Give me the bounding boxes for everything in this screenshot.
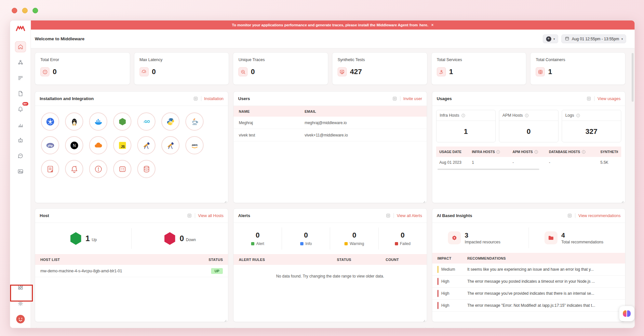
sidebar: 99+ (10, 20, 31, 328)
sidebar-item-logs[interactable] (15, 72, 26, 84)
alerts-table-header: ALERT RULES STATUS COUNT (234, 254, 426, 265)
python-icon[interactable] (161, 112, 180, 131)
report-icon[interactable] (41, 160, 59, 178)
table-icon[interactable] (113, 160, 131, 178)
chevron-down-icon: ▾ (621, 37, 623, 41)
synthetic-value: 5.5K (600, 160, 618, 165)
close-window-button[interactable] (12, 8, 17, 13)
ai-assistant-button[interactable] (619, 306, 635, 321)
telescope-icon[interactable] (161, 136, 180, 154)
meter-label: APM Hosts (503, 113, 523, 118)
up-hexagon-icon (70, 232, 82, 245)
alert-icon[interactable] (89, 160, 107, 178)
horizontal-scrollbar[interactable] (437, 169, 539, 170)
recommendation-text: It seems like you are experiencing an is… (467, 267, 620, 272)
aws-icon[interactable]: aws (185, 136, 204, 154)
info-icon[interactable] (576, 113, 580, 118)
column-header: INFRA HOSTS (472, 150, 495, 154)
meter-label: Infra Hosts (440, 113, 459, 118)
telescope-icon[interactable] (137, 136, 155, 154)
add-to-dashboard-icon[interactable] (586, 96, 591, 101)
php-icon[interactable]: php (41, 136, 59, 154)
database-icon[interactable] (137, 160, 155, 178)
info-icon[interactable] (461, 113, 465, 118)
resize-handle[interactable] (423, 318, 425, 320)
installation-link[interactable]: Installation (204, 97, 224, 101)
info-icon[interactable] (496, 150, 500, 154)
insight-row[interactable]: High The error message you posted indica… (432, 276, 625, 288)
date-range-picker[interactable]: Aug 01 12:55pm - 13:55pm ▾ (561, 34, 626, 43)
sidebar-item-traces[interactable] (15, 88, 26, 99)
cloudflare-icon[interactable] (89, 136, 107, 154)
alert-stat-value: 0 (401, 231, 405, 239)
banner-here-link[interactable]: here. (419, 23, 428, 27)
go-icon[interactable]: -GO (137, 112, 155, 131)
add-to-dashboard-icon[interactable] (392, 96, 397, 101)
info-icon[interactable] (525, 113, 529, 118)
down-hexagon-icon (164, 232, 176, 245)
sidebar-item-rum[interactable] (15, 166, 26, 177)
vertical-scrollbar-thumb[interactable] (632, 53, 634, 102)
add-to-dashboard-icon[interactable] (187, 213, 192, 218)
stat-card: Synthetic Tests 427 (332, 52, 427, 85)
banner-close-icon[interactable]: × (431, 23, 434, 27)
alerts-card: Alerts View all Alerts 0 (233, 208, 427, 322)
docker-icon[interactable] (89, 112, 107, 131)
divider (195, 213, 195, 218)
sidebar-item-assistant[interactable] (15, 135, 26, 146)
svg-text:aws: aws (192, 143, 197, 147)
info-icon[interactable] (582, 150, 586, 154)
view-all-alerts-link[interactable]: View all Alerts (397, 213, 422, 218)
host-row[interactable]: mw-demo-machine-4-s-4vcpu-8gb-amd-blr1-0… (35, 265, 228, 277)
stat-containers-icon (536, 67, 545, 76)
user-avatar[interactable] (16, 314, 25, 324)
insight-row[interactable]: Medium It seems like you are experiencin… (432, 264, 625, 276)
nodejs-icon[interactable] (113, 112, 131, 131)
insight-row[interactable]: High The error message you've provided i… (432, 288, 625, 300)
chat-icon (17, 153, 24, 159)
resize-handle[interactable] (224, 199, 227, 201)
severity-label: High (441, 279, 449, 284)
view-all-hosts-link[interactable]: View all Hosts (198, 213, 223, 218)
invite-user-link[interactable]: Invite user (403, 97, 422, 101)
bottom-row: Host View all Hosts 1 Up (35, 208, 625, 322)
insight-row[interactable]: High The error message "Error: Not Modif… (432, 300, 625, 312)
resize-handle[interactable] (423, 199, 425, 201)
usage-table-header: USAGE DATE INFRA HOSTS APM HOSTS DATABAS… (436, 147, 621, 157)
hosts-up-label: Up (92, 235, 97, 242)
sidebar-item-infrastructure[interactable] (15, 57, 26, 68)
kubernetes-icon[interactable] (41, 112, 59, 131)
javascript-icon[interactable]: JS (113, 136, 131, 154)
add-to-dashboard-icon[interactable] (193, 96, 198, 101)
impacted-resources-icon (448, 231, 461, 244)
bell-icon[interactable] (65, 160, 83, 178)
view-recommendations-link[interactable]: View recommendations (578, 213, 621, 218)
add-widget-button[interactable]: + ▾ (543, 34, 558, 43)
maximize-window-button[interactable] (33, 8, 38, 13)
java-icon[interactable] (185, 112, 204, 131)
sidebar-item-alerts[interactable]: 99+ (15, 104, 26, 115)
middleware-logo[interactable] (16, 25, 25, 32)
sidebar-item-home[interactable] (15, 41, 26, 52)
sidebar-item-feedback[interactable] (15, 150, 26, 162)
minimize-window-button[interactable] (22, 8, 28, 13)
usage-meter: Logs 327 (562, 110, 621, 142)
sidebar-item-settings[interactable] (15, 298, 26, 309)
sidebar-item-apps[interactable] (15, 282, 26, 293)
bot-icon (17, 137, 24, 144)
recommendations-count: 4 (561, 232, 603, 239)
nextjs-icon[interactable]: N (65, 136, 83, 154)
column-header: NAME (239, 110, 304, 113)
sidebar-item-dashboards[interactable] (15, 119, 26, 130)
view-usages-link[interactable]: View usages (597, 97, 621, 101)
alerts-empty-message: No data found. Try changing the date ran… (234, 265, 426, 278)
svg-text:-GO: -GO (143, 120, 150, 123)
linux-icon[interactable] (65, 112, 83, 131)
add-to-dashboard-icon[interactable] (386, 213, 391, 218)
resize-handle[interactable] (621, 199, 624, 201)
info-icon[interactable] (534, 150, 538, 154)
recommendations-icon (544, 231, 557, 244)
resize-handle[interactable] (224, 318, 227, 320)
add-to-dashboard-icon[interactable] (567, 213, 572, 218)
card-title: Usages (437, 96, 452, 101)
